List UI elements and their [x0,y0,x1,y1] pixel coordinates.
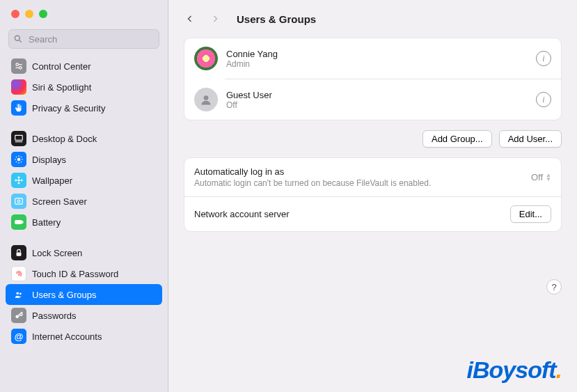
people-icon [11,287,26,302]
main-panel: Users & Groups Connie Yang Admin i Guest… [168,0,577,392]
search-input[interactable] [8,29,159,49]
sidebar-item-label: Touch ID & Password [32,269,118,279]
screensaver-icon [11,194,26,209]
control-center-icon [11,58,26,74]
svg-point-20 [15,180,17,182]
hand-icon [11,100,26,116]
sidebar-item-label: Lock Screen [32,248,82,258]
fingerprint-icon [11,266,26,281]
sidebar-item-screen-saver[interactable]: Screen Saver [6,191,162,212]
info-icon[interactable]: i [536,92,551,107]
setting-value-text: Off [531,172,543,182]
watermark-logo: iBoysoft. [467,356,562,384]
svg-point-17 [17,179,20,182]
sidebar-item-lock-screen[interactable]: Lock Screen [6,242,162,263]
fullscreen-window-button[interactable] [39,10,47,18]
lock-icon [11,245,26,260]
minimize-window-button[interactable] [25,10,33,18]
auto-login-value[interactable]: Off ▲▼ [531,172,551,182]
sidebar-item-label: Displays [32,155,66,165]
sidebar-item-privacy-security[interactable]: Privacy & Security [6,97,162,118]
user-row[interactable]: Connie Yang Admin i [184,38,561,79]
sidebar-item-label: Desktop & Dock [32,134,97,144]
close-window-button[interactable] [11,10,19,18]
sidebar-item-touch-id[interactable]: Touch ID & Password [6,263,162,284]
sidebar-item-displays[interactable]: Displays [6,149,162,170]
sidebar-item-passwords[interactable]: Passwords [6,305,162,326]
add-group-button[interactable]: Add Group... [422,130,492,148]
siri-icon [11,79,26,95]
key-icon [11,308,26,323]
svg-point-29 [15,315,19,318]
desktop-icon [11,131,26,146]
sidebar-item-control-center[interactable]: Control Center [6,56,162,77]
svg-rect-6 [15,135,23,140]
settings-panel: Automatically log in as Automatic login … [184,157,562,232]
svg-point-23 [17,200,20,203]
avatar [194,47,218,70]
svg-point-21 [21,180,23,182]
sidebar-item-internet-accounts[interactable]: @ Internet Accounts [6,326,162,347]
window-controls [0,0,168,25]
svg-point-8 [17,158,21,162]
svg-point-3 [19,67,22,70]
svg-point-28 [19,292,22,295]
svg-line-15 [16,162,17,162]
user-name: Guest User [226,90,528,100]
setting-subtext: Automatic login can't be turned on becau… [194,178,523,188]
sidebar-item-label: Wallpaper [32,175,72,186]
svg-point-19 [18,182,20,185]
sidebar-item-label: Screen Saver [32,196,87,207]
back-button[interactable] [182,9,198,29]
sun-icon [11,152,26,167]
svg-point-18 [18,176,20,178]
user-role: Off [226,100,528,110]
edit-network-server-button[interactable]: Edit... [510,205,551,223]
svg-line-14 [21,162,22,162]
svg-point-2 [16,63,19,66]
svg-point-30 [204,95,209,100]
sidebar-nav: Control Center Siri & Spotlight Privacy … [0,56,168,392]
svg-line-16 [21,157,22,157]
svg-rect-22 [15,198,23,204]
sidebar-item-users-groups[interactable]: Users & Groups [6,284,162,305]
setting-label: Automatically log in as [194,166,523,177]
user-role: Admin [226,59,528,69]
help-button[interactable]: ? [546,279,562,295]
content-area: Connie Yang Admin i Guest User Off i Add… [168,38,577,246]
sidebar-item-label: Internet Accounts [32,331,102,342]
svg-point-27 [17,292,19,295]
at-icon: @ [11,329,26,344]
add-user-button[interactable]: Add User... [499,130,562,148]
user-name: Connie Yang [226,49,528,59]
svg-line-13 [16,157,17,157]
sidebar-item-desktop-dock[interactable]: Desktop & Dock [6,128,162,149]
user-info: Guest User Off [226,90,528,110]
page-title: Users & Groups [237,13,316,25]
sidebar-item-label: Control Center [32,61,91,72]
forward-button[interactable] [207,9,223,29]
network-server-row: Network account server Edit... [184,196,561,231]
sidebar-item-label: Users & Groups [32,290,96,300]
sidebar-item-label: Privacy & Security [32,103,105,113]
svg-rect-24 [15,221,22,224]
sidebar-item-label: Passwords [32,311,77,321]
sidebar: Control Center Siri & Spotlight Privacy … [0,0,168,392]
info-icon[interactable]: i [536,51,551,66]
sidebar-item-label: Siri & Spotlight [32,82,91,93]
svg-rect-26 [17,252,22,256]
sidebar-item-label: Battery [32,217,61,228]
chevron-updown-icon: ▲▼ [546,173,551,182]
avatar [194,88,218,111]
toolbar: Users & Groups [168,0,577,38]
auto-login-row[interactable]: Automatically log in as Automatic login … [184,158,561,196]
sidebar-item-siri-spotlight[interactable]: Siri & Spotlight [6,77,162,97]
user-actions: Add Group... Add User... [184,130,562,148]
setting-label: Network account server [194,209,502,219]
battery-icon [11,214,26,230]
sidebar-item-wallpaper[interactable]: Wallpaper [6,170,162,191]
sidebar-item-battery[interactable]: Battery [6,212,162,233]
svg-rect-25 [22,221,23,223]
user-row[interactable]: Guest User Off i [184,79,561,120]
flower-icon [11,173,26,188]
